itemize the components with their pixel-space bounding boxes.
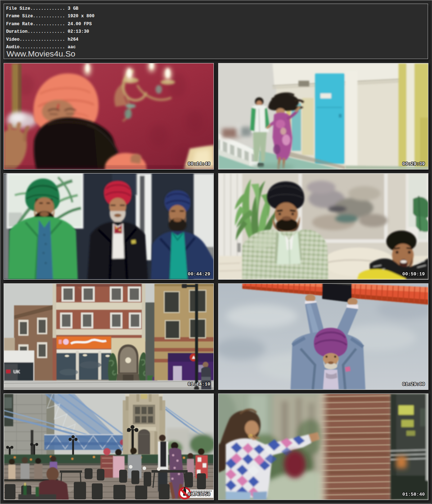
- svg-text:UK: UK: [13, 369, 20, 374]
